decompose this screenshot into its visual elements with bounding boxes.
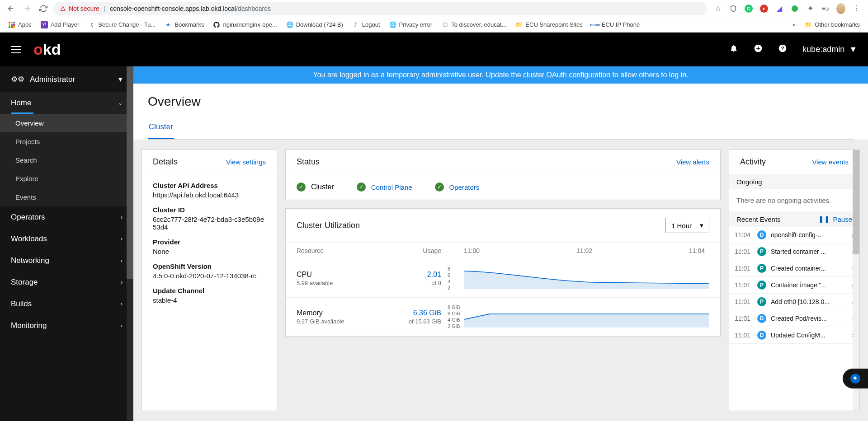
profile-avatar[interactable] (836, 4, 845, 13)
resource-badge: D (757, 331, 766, 340)
back-button[interactable] (5, 2, 17, 15)
status-item[interactable]: ✓Operators (435, 182, 480, 192)
apps-shortcut[interactable]: Apps (5, 19, 35, 30)
plus-circle-icon[interactable] (754, 44, 763, 55)
ongoing-empty: There are no ongoing activities. (729, 189, 859, 211)
bookmark-item[interactable]: 🌐Privacy error (386, 19, 436, 30)
bookmark-item[interactable]: 🌐Download (724 B) (283, 19, 347, 30)
nav-events[interactable]: Events (0, 188, 133, 206)
other-bookmarks[interactable]: 📁Other bookmarks (801, 19, 863, 30)
svg-point-4 (856, 377, 857, 378)
event-row[interactable]: 11:01 D Created Pod/revis... › (729, 310, 859, 327)
forward-button[interactable] (21, 2, 33, 15)
ext-icon[interactable] (790, 4, 799, 13)
nav-networking[interactable]: Networking› (0, 250, 133, 271)
ext-icon[interactable]: ◢ (775, 4, 784, 13)
view-alerts-link[interactable]: View alerts (676, 158, 709, 166)
detail-label: OpenShift Version (153, 262, 266, 270)
utilization-row: Memory9.27 GiB available 6.36 GiBof 15.6… (286, 298, 720, 336)
nav-search[interactable]: Search (0, 151, 133, 169)
nav-overview[interactable]: Overview (0, 114, 133, 132)
nav-home[interactable]: Home ⌄ (0, 92, 133, 114)
check-circle-icon: ✓ (357, 182, 366, 192)
user-menu[interactable]: kube:admin ▼ (802, 45, 857, 54)
nav-toggle[interactable] (11, 44, 21, 56)
menu-icon[interactable]: ⋮ (852, 4, 861, 13)
nav-workloads[interactable]: Workloads› (0, 228, 133, 250)
resource-badge: P (757, 297, 766, 306)
reload-button[interactable] (37, 2, 50, 15)
bookmarks-overflow[interactable]: » (793, 21, 796, 28)
oauth-config-link[interactable]: cluster OAuth configuration (523, 71, 610, 79)
event-row[interactable]: 11:04 D openshift-config-... › (729, 227, 859, 243)
perspective-switcher[interactable]: ⚙⚙ Administrator ▾ (0, 66, 133, 92)
ext-icon[interactable]: G (744, 4, 753, 13)
details-card: Details View settings Cluster API Addres… (142, 150, 277, 411)
bookmark-item[interactable]: nginxinc/nginx-ope... (209, 19, 280, 30)
extensions-icon[interactable]: ✦ (806, 4, 815, 13)
resource-badge: P (757, 247, 766, 256)
pause-icon: ❚❚ (818, 215, 830, 223)
nav-storage[interactable]: Storage› (0, 271, 133, 293)
detail-value: 6cc2c777-28f2-4e72-bda3-c3e5b09e53d4 (153, 215, 266, 231)
usage-link[interactable]: 6.36 GiB (396, 309, 441, 317)
caret-down-icon: ▼ (849, 45, 857, 54)
detail-value: None (153, 248, 266, 255)
bookmark-item[interactable]: ⤴Logout (349, 19, 384, 30)
usage-link[interactable]: 2.01 (396, 271, 441, 279)
chevron-right-icon: › (121, 301, 123, 307)
bookmark-item[interactable]: ★Bookmarks (161, 19, 208, 30)
logo[interactable]: okd (33, 41, 61, 58)
event-row[interactable]: 11:01 P Created container... › (729, 260, 859, 277)
address-bar[interactable]: Not secure | console-openshift-console.a… (53, 2, 707, 15)
ongoing-header: Ongoing (729, 174, 859, 189)
detail-value: 4.5.0-0.okd-2020-07-12-134038-rc (153, 272, 266, 280)
chevron-right-icon: › (121, 214, 123, 220)
app-header: okd ? kube:admin ▼ (0, 33, 868, 66)
status-item[interactable]: ✓Control Plane (357, 182, 412, 192)
status-card: Status View alerts ✓Cluster✓Control Plan… (285, 150, 721, 200)
detail-label: Cluster API Address (153, 182, 266, 189)
bookmark-item[interactable]: tSecure Change - Tu... (85, 19, 159, 30)
chevron-right-icon: › (121, 279, 123, 285)
nav-builds[interactable]: Builds› (0, 293, 133, 315)
nav-operators[interactable]: Operators› (0, 206, 133, 228)
bookmark-item[interactable]: ciscoECU IP Phone (588, 19, 643, 30)
chevron-right-icon: › (121, 236, 123, 242)
event-row[interactable]: 11:01 P Add eth0 [10.128.0... › (729, 294, 859, 310)
view-events-link[interactable]: View events (812, 158, 849, 166)
caret-down-icon: ▾ (700, 221, 703, 229)
detail-value: https://api.lab.okd.local:6443 (153, 191, 266, 199)
tab-cluster[interactable]: Cluster (148, 118, 174, 139)
details-title: Details (153, 157, 178, 167)
help-icon[interactable]: ? (778, 44, 787, 55)
event-row[interactable]: 11:01 D Updated ConfigM... › (729, 327, 859, 344)
time-range-dropdown[interactable]: 1 Hour ▾ (665, 218, 709, 233)
browser-toolbar: Not secure | console-openshift-console.a… (0, 0, 868, 17)
nav-projects[interactable]: Projects (0, 132, 133, 151)
recent-events-header: Recent Events ❚❚ Pause (729, 211, 859, 227)
star-icon[interactable]: ☆ (713, 4, 722, 13)
nav-explore[interactable]: Explore (0, 169, 133, 188)
chat-launcher[interactable] (843, 369, 868, 388)
resource-badge: D (757, 230, 766, 239)
playlist-icon[interactable]: ≡♪ (821, 4, 830, 13)
status-title: Status (297, 157, 320, 167)
bookmark-item[interactable]: Y!Add Player (37, 19, 83, 30)
bookmarks-bar: Apps Y!Add Player tSecure Change - Tu...… (0, 17, 868, 33)
view-settings-link[interactable]: View settings (226, 158, 266, 166)
detail-label: Update Channel (153, 287, 266, 295)
event-row[interactable]: 11:01 P Container image "... › (729, 277, 859, 294)
shield-icon[interactable] (729, 4, 738, 13)
nav-monitoring[interactable]: Monitoring› (0, 315, 133, 337)
bookmark-item[interactable]: 📁ECU Sharepoint Sites (512, 19, 586, 30)
activity-card: Activity View events Ongoing There are n… (729, 150, 860, 411)
event-row[interactable]: 11:01 P Started container ... › (729, 243, 859, 260)
page-title: Overview (148, 94, 854, 109)
bookmark-item[interactable]: ⬡To discover, educat... (438, 19, 510, 30)
security-indicator: Not secure (60, 5, 99, 12)
sidebar-scrollbar[interactable] (127, 66, 133, 421)
bell-icon[interactable] (729, 44, 738, 55)
pause-button[interactable]: ❚❚ Pause (818, 215, 852, 223)
ext-icon[interactable]: ▸ (760, 4, 769, 13)
